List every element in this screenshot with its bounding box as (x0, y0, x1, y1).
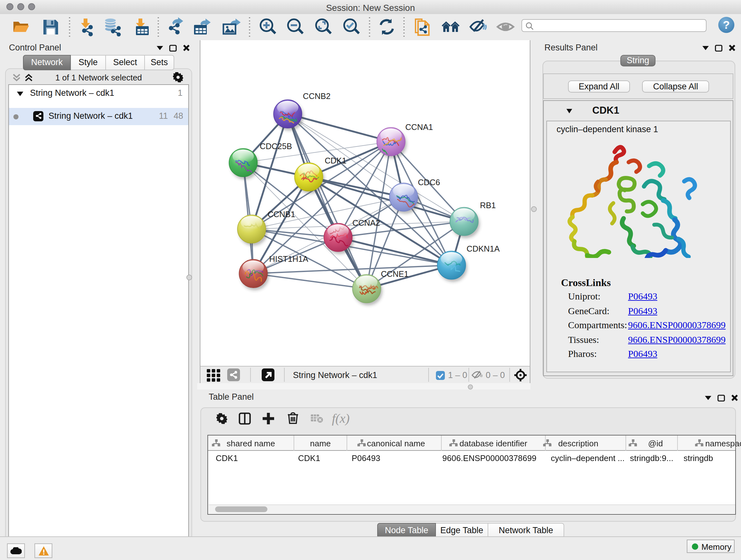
svg-text:CCNA2: CCNA2 (352, 219, 380, 227)
svg-text:CDKN1A: CDKN1A (467, 244, 500, 253)
svg-text:?: ? (723, 18, 730, 31)
svg-text:CDC25B: CDC25B (260, 142, 292, 151)
svg-text:CCNB1: CCNB1 (267, 210, 295, 219)
svg-text:CDK1: CDK1 (325, 156, 346, 165)
svg-text:RB1: RB1 (480, 201, 496, 210)
svg-text:HIST1H1A: HIST1H1A (269, 254, 309, 263)
svg-text:CCNB2: CCNB2 (303, 91, 331, 101)
svg-text:CDC6: CDC6 (418, 178, 440, 187)
svg-text:CCNA1: CCNA1 (405, 123, 433, 132)
svg-text:CCNE1: CCNE1 (381, 269, 409, 278)
